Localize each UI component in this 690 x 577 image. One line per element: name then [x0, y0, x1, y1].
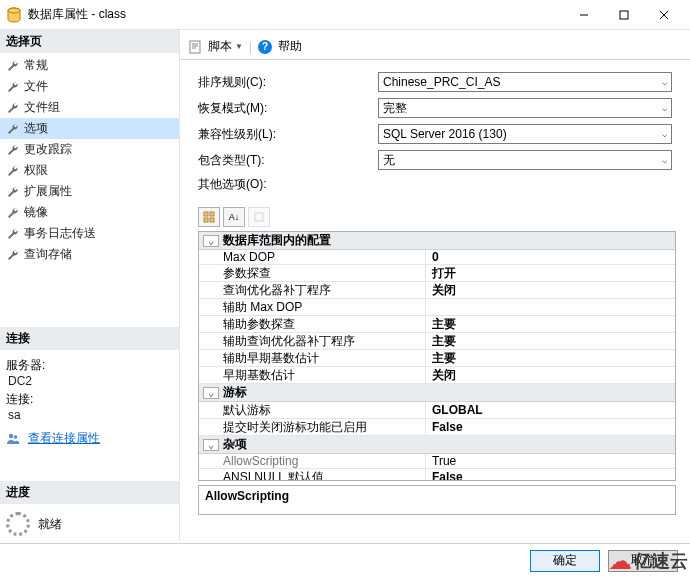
wrench-icon [6, 227, 20, 241]
sidebar-page-item[interactable]: 文件组 [0, 97, 179, 118]
ok-button[interactable]: 确定 [530, 550, 600, 572]
property-row[interactable]: 辅助查询优化器补丁程序主要 [199, 333, 675, 350]
chevron-down-icon: ⌵ [662, 77, 667, 87]
progress-status: 就绪 [0, 508, 179, 540]
recovery-select[interactable]: 完整⌵ [378, 98, 672, 118]
sidebar-page-item[interactable]: 更改跟踪 [0, 139, 179, 160]
script-label: 脚本 [208, 38, 232, 55]
property-value[interactable]: GLOBAL [426, 402, 675, 418]
cancel-button[interactable]: 取消 [608, 550, 678, 572]
property-value[interactable]: False [426, 419, 675, 435]
property-row[interactable]: 参数探查打开 [199, 265, 675, 282]
wrench-icon [6, 59, 20, 73]
wrench-icon [6, 101, 20, 115]
property-row[interactable]: 早期基数估计关闭 [199, 367, 675, 384]
alphabetical-button[interactable]: A↓ [223, 207, 245, 227]
server-value: DC2 [6, 374, 173, 388]
property-name: 辅助查询优化器补丁程序 [199, 333, 426, 349]
svg-rect-16 [255, 213, 263, 221]
sidebar-page-item[interactable]: 事务日志传送 [0, 223, 179, 244]
sidebar-page-item[interactable]: 文件 [0, 76, 179, 97]
property-category-row[interactable]: ⌄游标 [199, 384, 675, 402]
sidebar: 选择页 常规文件文件组选项更改跟踪权限扩展属性镜像事务日志传送查询存储 连接 服… [0, 30, 180, 540]
script-dropdown[interactable]: 脚本 ▼ [208, 38, 243, 55]
property-row[interactable]: 辅助早期基数估计主要 [199, 350, 675, 367]
people-icon [6, 432, 20, 446]
property-row[interactable]: AllowScriptingTrue [199, 454, 675, 469]
wrench-icon [6, 80, 20, 94]
sidebar-page-item[interactable]: 权限 [0, 160, 179, 181]
property-value[interactable]: 主要 [426, 350, 675, 366]
property-name: 辅助 Max DOP [199, 299, 426, 315]
property-value[interactable]: 关闭 [426, 282, 675, 298]
sidebar-page-item[interactable]: 常规 [0, 55, 179, 76]
sidebar-item-label: 文件 [24, 78, 48, 95]
property-row[interactable]: 辅助参数探查主要 [199, 316, 675, 333]
help-icon: ? [258, 40, 272, 54]
collation-select[interactable]: Chinese_PRC_CI_AS⌵ [378, 72, 672, 92]
category-label: 游标 [223, 384, 247, 401]
connection-header: 连接 [0, 327, 179, 350]
property-value[interactable] [426, 299, 675, 315]
page-list: 常规文件文件组选项更改跟踪权限扩展属性镜像事务日志传送查询存储 [0, 53, 179, 267]
property-row[interactable]: ANSI NULL 默认值False [199, 469, 675, 481]
compat-select[interactable]: SQL Server 2016 (130)⌵ [378, 124, 672, 144]
property-name: Max DOP [199, 250, 426, 264]
property-name: 辅助早期基数估计 [199, 350, 426, 366]
property-row[interactable]: 查询优化器补丁程序关闭 [199, 282, 675, 299]
property-category-row[interactable]: ⌄数据库范围内的配置 [199, 232, 675, 250]
property-row[interactable]: 默认游标GLOBAL [199, 402, 675, 419]
options-form: 排序规则(C): Chinese_PRC_CI_AS⌵ 恢复模式(M): 完整⌵… [180, 60, 690, 205]
other-options-label: 其他选项(O): [198, 176, 378, 193]
property-value[interactable]: 主要 [426, 316, 675, 332]
sidebar-page-item[interactable]: 扩展属性 [0, 181, 179, 202]
sidebar-item-label: 常规 [24, 57, 48, 74]
svg-rect-12 [204, 212, 208, 216]
wrench-icon [6, 185, 20, 199]
view-connection-properties-link[interactable]: 查看连接属性 [28, 430, 100, 447]
property-value[interactable]: 打开 [426, 265, 675, 281]
help-button[interactable]: 帮助 [278, 38, 302, 55]
property-name: 提交时关闭游标功能已启用 [199, 419, 426, 435]
category-label: 数据库范围内的配置 [223, 232, 331, 249]
sidebar-page-item[interactable]: 镜像 [0, 202, 179, 223]
property-value[interactable]: 关闭 [426, 367, 675, 383]
property-value[interactable]: 0 [426, 250, 675, 264]
expander-icon[interactable]: ⌄ [203, 235, 219, 247]
main-area: 选择页 常规文件文件组选项更改跟踪权限扩展属性镜像事务日志传送查询存储 连接 服… [0, 30, 690, 540]
svg-rect-15 [210, 218, 214, 222]
expander-icon[interactable]: ⌄ [203, 387, 219, 399]
spinner-icon [6, 512, 30, 536]
recovery-label: 恢复模式(M): [198, 100, 378, 117]
svg-rect-13 [210, 212, 214, 216]
connection-info: 服务器: DC2 连接: sa 查看连接属性 [0, 350, 179, 451]
property-value[interactable]: 主要 [426, 333, 675, 349]
containment-select[interactable]: 无⌵ [378, 150, 672, 170]
sidebar-page-item[interactable]: 选项 [0, 118, 179, 139]
sidebar-item-label: 选项 [24, 120, 48, 137]
property-pages-button [248, 207, 270, 227]
property-name: 早期基数估计 [199, 367, 426, 383]
property-name: 默认游标 [199, 402, 426, 418]
close-button[interactable] [644, 3, 684, 27]
property-category-row[interactable]: ⌄杂项 [199, 436, 675, 454]
sidebar-item-label: 事务日志传送 [24, 225, 96, 242]
svg-point-6 [9, 433, 13, 437]
property-grid-toolbar: A↓ [180, 205, 690, 229]
chevron-down-icon: ⌵ [662, 103, 667, 113]
collation-label: 排序规则(C): [198, 74, 378, 91]
property-name: 辅助参数探查 [199, 316, 426, 332]
property-value[interactable]: False [426, 469, 675, 481]
property-row[interactable]: Max DOP0 [199, 250, 675, 265]
property-row[interactable]: 提交时关闭游标功能已启用False [199, 419, 675, 436]
conn-label: 连接: [6, 391, 173, 408]
property-value[interactable]: True [426, 454, 675, 468]
categorized-button[interactable] [198, 207, 220, 227]
property-grid[interactable]: ⌄数据库范围内的配置Max DOP0参数探查打开查询优化器补丁程序关闭辅助 Ma… [198, 231, 676, 481]
minimize-button[interactable] [564, 3, 604, 27]
maximize-button[interactable] [604, 3, 644, 27]
wrench-icon [6, 164, 20, 178]
expander-icon[interactable]: ⌄ [203, 439, 219, 451]
property-row[interactable]: 辅助 Max DOP [199, 299, 675, 316]
sidebar-page-item[interactable]: 查询存储 [0, 244, 179, 265]
